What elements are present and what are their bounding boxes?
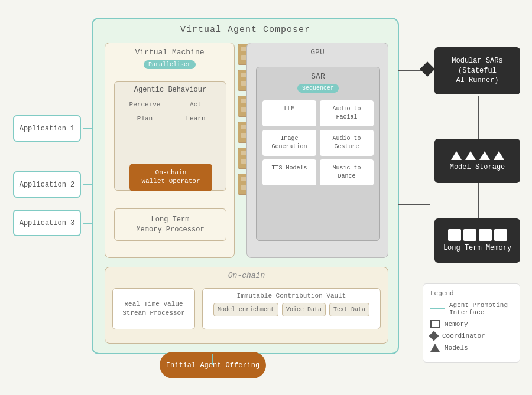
memory-sq-4 (494, 229, 507, 241)
agentic-act: Act (171, 99, 220, 110)
onchain-title: On-chain (105, 267, 388, 280)
sar-image-gen: Image Generation (262, 130, 316, 156)
legend-square-icon (430, 320, 440, 328)
legend-item-coordinator: Coordinator (430, 332, 512, 339)
sar-box: SAR Sequencer LLM Audio to Facial Image … (256, 67, 380, 241)
triangle-2 (465, 151, 476, 160)
agentic-perceive: Perceive (121, 99, 169, 110)
legend-title: Legend (430, 290, 512, 297)
icv-grid: Model enrichment Voice Data Text Data (206, 303, 377, 316)
memory-squares (448, 229, 507, 241)
modular-sars-box: Modular SARs (Stateful AI Runner) (434, 47, 520, 94)
memory-sq-3 (479, 229, 492, 241)
onchain-content: Real Time Value Stream Processor Immutab… (105, 280, 388, 338)
application-1-box[interactable]: Application 1 (13, 115, 81, 142)
vm-title: Virtual Machine (105, 43, 234, 57)
long-term-memory-box: Long Term Memory (434, 218, 520, 263)
model-storage-triangles (451, 151, 504, 160)
memory-sq-1 (448, 229, 461, 241)
iao-connector-v (212, 354, 213, 365)
agentic-plan: Plan (121, 113, 169, 125)
iao-label: Initial Agent Offering (166, 361, 259, 370)
diagram-container: Application 1 Application 2 Application … (0, 0, 532, 395)
legend-line-icon (430, 308, 445, 309)
model-storage-box: Model Storage (434, 139, 520, 183)
vm-box: Virtual Machine Paralleliser Agentic Beh… (105, 43, 235, 258)
legend-triangle-icon (430, 344, 440, 352)
model-storage-label: Model Storage (450, 163, 505, 171)
triangle-4 (494, 151, 504, 160)
ltmp-label: Long Term Memory Processor (136, 215, 204, 235)
sars-to-storage-line (478, 96, 479, 139)
storage-to-ltm-line (478, 183, 479, 218)
sar-llm: LLM (262, 100, 316, 126)
sar-audio-facial: Audio to Facial (320, 100, 374, 126)
legend-box: Legend Agent Prompting Interface Memory … (423, 283, 520, 363)
sar-title: SAR (257, 67, 379, 81)
ltmp-box: Long Term Memory Processor (114, 208, 226, 241)
triangle-3 (479, 151, 490, 160)
icv-text: Text Data (329, 303, 369, 316)
application-2-box[interactable]: Application 2 (13, 171, 81, 198)
rtvsp-label: Real Time Value Stream Processor (122, 300, 185, 318)
application-1-label: Application 1 (20, 125, 75, 133)
legend-item-models: Models (430, 344, 512, 352)
memory-label: Long Term Memory (443, 244, 511, 252)
icv-voice: Voice Data (282, 303, 326, 316)
sar-tts: TTS Models (262, 159, 316, 185)
diamond-connector (420, 61, 434, 76)
memory-sq-2 (463, 229, 476, 241)
icv-model: Model enrichment (213, 303, 278, 316)
legend-item-memory: Memory (430, 320, 512, 328)
agentic-box: Agentic Behaviour Perceive Act Plan Lear… (114, 81, 226, 191)
icv-title: Immutable Contribution Vault (206, 292, 377, 299)
gpu-title: GPU (247, 43, 388, 57)
application-2-label: Application 2 (20, 181, 75, 189)
paralleliser-badge: Paralleliser (144, 60, 196, 69)
legend-diamond-icon (429, 331, 439, 341)
agentic-grid: Perceive Act Plan Learn (115, 94, 226, 129)
application-3-label: Application 3 (20, 219, 75, 227)
wallet-line1: On-chain (155, 169, 187, 176)
sequencer-badge: Sequencer (297, 84, 339, 93)
gpu-to-ltm-line (398, 204, 430, 205)
onchain-box: On-chain Real Time Value Stream Processo… (105, 267, 388, 344)
iao-box[interactable]: Initial Agent Offering (160, 352, 266, 378)
gpu-box: GPU SAR Sequencer LLM Audio to Facial Im… (246, 43, 388, 258)
modular-sars-label: Modular SARs (Stateful AI Runner) (452, 56, 502, 86)
wallet-operator: On-chain Wallet Operator (129, 164, 212, 191)
sar-music-dance: Music to Dance (320, 159, 374, 185)
sar-grid: LLM Audio to Facial Image Generation Aud… (257, 96, 379, 190)
application-3-box[interactable]: Application 3 (13, 210, 81, 236)
icv-box: Immutable Contribution Vault Model enric… (202, 288, 381, 329)
legend-item-line: Agent Prompting Interface (430, 302, 512, 316)
legend-coordinator-label: Coordinator (442, 332, 485, 339)
vac-box: Virtual Agent Composer Virtual Machine P… (92, 18, 399, 354)
legend-memory-label: Memory (445, 321, 468, 328)
legend-line-label: Agent Prompting Interface (449, 302, 512, 316)
triangle-1 (451, 151, 462, 160)
agentic-learn: Learn (171, 113, 220, 125)
vac-title: Virtual Agent Composer (93, 19, 398, 35)
rtvsp-box: Real Time Value Stream Processor (112, 288, 195, 329)
agentic-title: Agentic Behaviour (115, 82, 226, 94)
sar-audio-gesture: Audio to Gesture (320, 130, 374, 156)
wallet-line2: Wallet Operator (141, 178, 200, 185)
legend-models-label: Models (445, 344, 468, 351)
